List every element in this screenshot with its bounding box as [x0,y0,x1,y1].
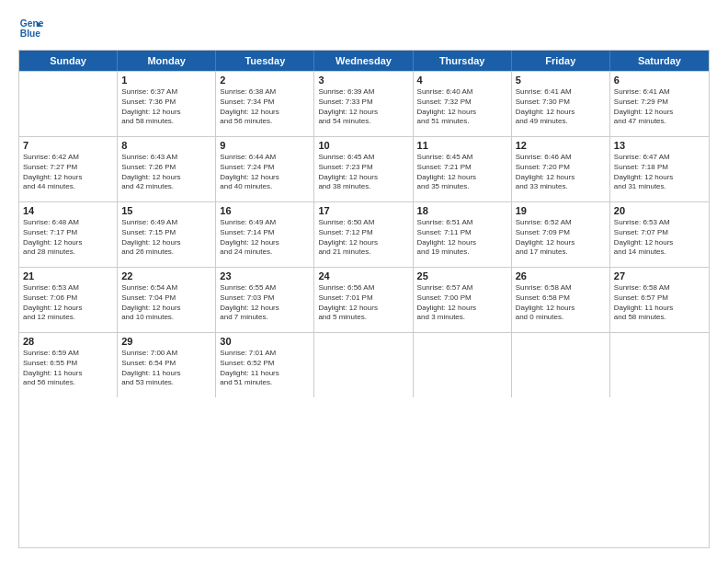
cal-cell: 12Sunrise: 6:46 AM Sunset: 7:20 PM Dayli… [512,137,610,201]
day-number: 25 [417,270,507,282]
page: General Blue SundayMondayTuesdayWednesda… [0,0,728,563]
cell-info: Sunrise: 6:53 AM Sunset: 7:07 PM Dayligh… [614,218,705,258]
cell-info: Sunrise: 6:52 AM Sunset: 7:09 PM Dayligh… [516,218,606,258]
day-number: 15 [121,205,211,216]
day-number: 19 [516,205,606,216]
cell-info: Sunrise: 6:58 AM Sunset: 6:58 PM Dayligh… [516,283,606,323]
week-row-5: 28Sunrise: 6:59 AM Sunset: 6:55 PM Dayli… [19,332,709,397]
header-day-wednesday: Wednesday [314,51,413,71]
day-number: 12 [516,140,606,151]
header-day-tuesday: Tuesday [216,51,314,71]
calendar: SundayMondayTuesdayWednesdayThursdayFrid… [18,50,710,548]
header-day-saturday: Saturday [610,51,709,71]
week-row-2: 7Sunrise: 6:42 AM Sunset: 7:27 PM Daylig… [19,136,709,201]
cell-info: Sunrise: 6:44 AM Sunset: 7:24 PM Dayligh… [220,153,310,192]
day-number: 7 [23,140,113,151]
calendar-header: SundayMondayTuesdayWednesdayThursdayFrid… [19,51,709,71]
cal-cell: 19Sunrise: 6:52 AM Sunset: 7:09 PM Dayli… [512,202,610,267]
calendar-body: 1Sunrise: 6:37 AM Sunset: 7:36 PM Daylig… [19,71,709,397]
cal-cell [314,333,413,397]
cal-cell: 8Sunrise: 6:43 AM Sunset: 7:26 PM Daylig… [118,137,216,201]
day-number: 24 [318,270,408,282]
cell-info: Sunrise: 6:49 AM Sunset: 7:15 PM Dayligh… [121,218,211,258]
day-number: 10 [318,140,408,151]
day-number: 28 [23,336,113,347]
cal-cell: 6Sunrise: 6:41 AM Sunset: 7:29 PM Daylig… [610,72,709,136]
day-number: 17 [318,205,408,216]
cell-info: Sunrise: 6:59 AM Sunset: 6:55 PM Dayligh… [23,349,113,388]
day-number: 13 [614,140,705,151]
cal-cell: 26Sunrise: 6:58 AM Sunset: 6:58 PM Dayli… [512,268,610,332]
cell-info: Sunrise: 6:45 AM Sunset: 7:23 PM Dayligh… [318,153,408,192]
cell-info: Sunrise: 6:53 AM Sunset: 7:06 PM Dayligh… [23,283,113,323]
cell-info: Sunrise: 6:48 AM Sunset: 7:17 PM Dayligh… [23,218,113,258]
cell-info: Sunrise: 6:56 AM Sunset: 7:01 PM Dayligh… [318,283,408,323]
cell-info: Sunrise: 6:46 AM Sunset: 7:20 PM Dayligh… [516,153,606,192]
cal-cell: 15Sunrise: 6:49 AM Sunset: 7:15 PM Dayli… [118,202,216,267]
day-number: 4 [417,75,507,86]
header-day-sunday: Sunday [19,51,118,71]
cal-cell [414,333,512,397]
cell-info: Sunrise: 6:55 AM Sunset: 7:03 PM Dayligh… [220,283,310,323]
day-number: 2 [220,75,310,86]
cal-cell: 5Sunrise: 6:41 AM Sunset: 7:30 PM Daylig… [512,72,610,136]
week-row-4: 21Sunrise: 6:53 AM Sunset: 7:06 PM Dayli… [19,267,709,332]
cell-info: Sunrise: 6:43 AM Sunset: 7:26 PM Dayligh… [121,153,211,192]
cal-cell: 14Sunrise: 6:48 AM Sunset: 7:17 PM Dayli… [19,202,118,267]
cal-cell: 20Sunrise: 6:53 AM Sunset: 7:07 PM Dayli… [610,202,709,267]
cell-info: Sunrise: 6:49 AM Sunset: 7:14 PM Dayligh… [220,218,310,258]
cal-cell: 4Sunrise: 6:40 AM Sunset: 7:32 PM Daylig… [414,72,512,136]
svg-text:General: General [20,18,44,29]
week-row-3: 14Sunrise: 6:48 AM Sunset: 7:17 PM Dayli… [19,201,709,267]
cell-info: Sunrise: 6:41 AM Sunset: 7:29 PM Dayligh… [614,87,705,127]
day-number: 6 [614,75,705,86]
cal-cell: 1Sunrise: 6:37 AM Sunset: 7:36 PM Daylig… [118,72,216,136]
cal-cell: 2Sunrise: 6:38 AM Sunset: 7:34 PM Daylig… [216,72,314,136]
header-day-thursday: Thursday [414,51,512,71]
cal-cell: 30Sunrise: 7:01 AM Sunset: 6:52 PM Dayli… [216,333,314,397]
day-number: 29 [121,336,211,347]
cell-info: Sunrise: 7:01 AM Sunset: 6:52 PM Dayligh… [220,349,310,388]
cell-info: Sunrise: 6:57 AM Sunset: 7:00 PM Dayligh… [417,283,507,323]
cal-cell: 10Sunrise: 6:45 AM Sunset: 7:23 PM Dayli… [314,137,413,201]
cell-info: Sunrise: 6:37 AM Sunset: 7:36 PM Dayligh… [121,87,211,127]
day-number: 8 [121,140,211,151]
cell-info: Sunrise: 6:54 AM Sunset: 7:04 PM Dayligh… [121,283,211,323]
day-number: 5 [516,75,606,86]
cell-info: Sunrise: 6:51 AM Sunset: 7:11 PM Dayligh… [417,218,507,258]
cal-cell: 29Sunrise: 7:00 AM Sunset: 6:54 PM Dayli… [118,333,216,397]
cell-info: Sunrise: 6:45 AM Sunset: 7:21 PM Dayligh… [417,153,507,192]
cell-info: Sunrise: 6:39 AM Sunset: 7:33 PM Dayligh… [318,87,408,127]
cal-cell: 7Sunrise: 6:42 AM Sunset: 7:27 PM Daylig… [19,137,118,201]
cell-info: Sunrise: 6:38 AM Sunset: 7:34 PM Dayligh… [220,87,310,127]
cal-cell [610,333,709,397]
cell-info: Sunrise: 6:40 AM Sunset: 7:32 PM Dayligh… [417,87,507,127]
day-number: 11 [417,140,507,151]
cal-cell: 28Sunrise: 6:59 AM Sunset: 6:55 PM Dayli… [19,333,118,397]
cal-cell: 23Sunrise: 6:55 AM Sunset: 7:03 PM Dayli… [216,268,314,332]
cal-cell [512,333,610,397]
cell-info: Sunrise: 6:58 AM Sunset: 6:57 PM Dayligh… [614,283,705,323]
cal-cell: 17Sunrise: 6:50 AM Sunset: 7:12 PM Dayli… [314,202,413,267]
day-number: 21 [23,270,113,282]
svg-text:Blue: Blue [20,29,41,39]
cell-info: Sunrise: 6:47 AM Sunset: 7:18 PM Dayligh… [614,153,705,192]
cal-cell: 21Sunrise: 6:53 AM Sunset: 7:06 PM Dayli… [19,268,118,332]
day-number: 18 [417,205,507,216]
day-number: 1 [121,75,211,86]
logo-icon: General Blue [18,15,44,40]
cell-info: Sunrise: 6:41 AM Sunset: 7:30 PM Dayligh… [516,87,606,127]
cell-info: Sunrise: 6:50 AM Sunset: 7:12 PM Dayligh… [318,218,408,258]
cal-cell: 24Sunrise: 6:56 AM Sunset: 7:01 PM Dayli… [314,268,413,332]
day-number: 14 [23,205,113,216]
cal-cell: 25Sunrise: 6:57 AM Sunset: 7:00 PM Dayli… [414,268,512,332]
cal-cell: 22Sunrise: 6:54 AM Sunset: 7:04 PM Dayli… [118,268,216,332]
day-number: 22 [121,270,211,282]
day-number: 20 [614,205,705,216]
day-number: 26 [516,270,606,282]
day-number: 3 [318,75,408,86]
cal-cell: 16Sunrise: 6:49 AM Sunset: 7:14 PM Dayli… [216,202,314,267]
header-day-monday: Monday [118,51,216,71]
cal-cell: 13Sunrise: 6:47 AM Sunset: 7:18 PM Dayli… [610,137,709,201]
cal-cell [19,72,118,136]
